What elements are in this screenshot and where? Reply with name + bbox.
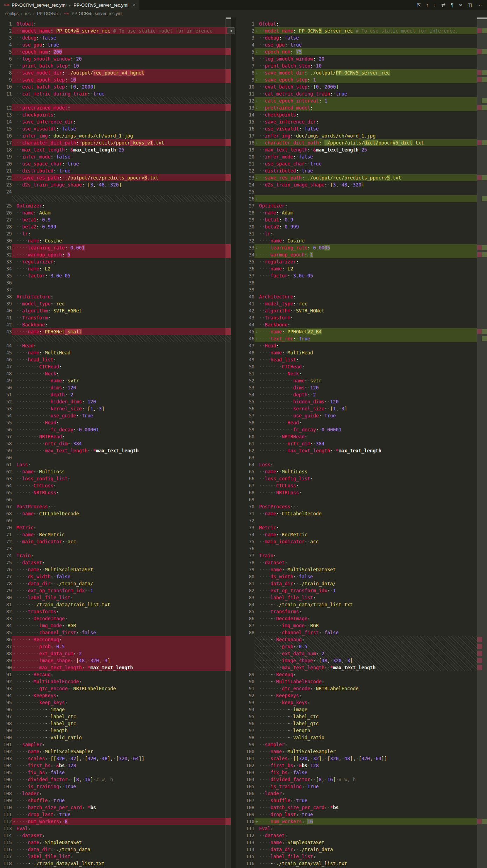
code-text[interactable]: ····is_training:·True	[16, 783, 231, 790]
code-text[interactable]: ··name:·MultiLoss	[259, 468, 487, 475]
code-text[interactable]: ····drop_last:·true	[259, 811, 487, 818]
code-text[interactable]: ··Transform:	[16, 314, 231, 321]
code-text[interactable]: ··········max_text_length:·*max_text_len…	[16, 447, 231, 454]
code-text[interactable]: ····-·NRTRLoss:	[259, 489, 487, 496]
code-text[interactable]: ····-·MultiLabelEncode:	[259, 678, 487, 685]
code-text[interactable]	[16, 97, 231, 104]
code-text[interactable]	[16, 279, 231, 286]
code-text[interactable]	[16, 496, 231, 503]
revert-block-arrow-icon[interactable]: →	[227, 27, 235, 34]
code-text[interactable]: ··character_dict_path:·./ppocr/utils/dic…	[259, 139, 487, 146]
code-text[interactable]: ····-·./train_data/val_list.txt	[259, 860, 487, 867]
code-text[interactable]: ····head_list:	[259, 356, 487, 363]
code-text[interactable]: ····factor:·3.0e-05	[259, 272, 487, 279]
code-text[interactable]: ··loss_config_list:	[259, 475, 487, 482]
code-text[interactable]: ····warmup_epoch:·5	[16, 251, 231, 258]
code-text[interactable]: ····name:·MultiHead	[259, 349, 487, 356]
code-text[interactable]: ··Head:	[16, 342, 231, 349]
open-file-icon[interactable]: ⇱	[417, 2, 421, 7]
code-text[interactable]: ····-·DecodeImage:	[16, 615, 231, 622]
code-text[interactable]: ····-·CTCLoss:	[16, 482, 231, 489]
code-text[interactable]: ····label_file_list:	[16, 853, 231, 860]
code-text[interactable]	[259, 195, 487, 202]
code-text[interactable]: ····-·KeepKeys:	[259, 692, 487, 699]
code-text[interactable]: ····batch_size_per_card:·*bs	[16, 804, 231, 811]
code-text[interactable]: ····ext_op_transform_idx:·1	[259, 587, 487, 594]
code-text[interactable]: ············dims:·120	[16, 384, 231, 391]
code-text[interactable]: ····-·MultiLabelEncode:	[16, 678, 231, 685]
code-text[interactable]: ····name:·PPHGNetV2_B4	[259, 328, 487, 335]
code-text[interactable]	[259, 188, 487, 195]
code-text[interactable]	[16, 286, 231, 293]
code-text[interactable]: ············name:·svtr	[16, 377, 231, 384]
code-text[interactable]: ··name:·RecMetric	[259, 531, 487, 538]
code-text[interactable]: Train:	[259, 552, 487, 559]
code-text[interactable]: ··save_res_path:·./output/rec/predicts_p…	[16, 174, 231, 181]
code-text[interactable]: ··cal_metric_during_train:·true	[259, 90, 487, 97]
code-text[interactable]: ············use_guide:·True	[16, 412, 231, 419]
code-text[interactable]: ······-·CTCHead:	[259, 363, 487, 370]
code-text[interactable]: ··debug:·false	[259, 34, 487, 41]
code-text[interactable]: ····factor:·3.0e-05	[16, 272, 231, 279]
code-text[interactable]: ····name:·Cosine	[259, 237, 487, 244]
code-text[interactable]: ············use_guide:·True	[259, 412, 487, 419]
code-text[interactable]: ··dataset:	[16, 559, 231, 566]
code-text[interactable]: ··Head:	[259, 342, 487, 349]
scrollbar-slider[interactable]	[226, 17, 231, 19]
code-text[interactable]: ··use_space_char:·true	[259, 160, 487, 167]
code-text[interactable]: ··eval_batch_step:·[0,·2000]	[259, 83, 487, 90]
whitespace-icon[interactable]: ¶	[451, 2, 453, 7]
code-text[interactable]: ····num_workers:·8	[16, 818, 231, 825]
code-text[interactable]: ············kernel_size:·[1,·3]	[259, 405, 487, 412]
code-text[interactable]: ····name:·MultiHead	[16, 349, 231, 356]
code-text[interactable]: ········ext_data_num:·2	[259, 650, 487, 657]
breadcrumb-item[interactable]: PP-OCRv5	[37, 11, 58, 16]
code-text[interactable]: ··model_type:·rec	[16, 300, 231, 307]
code-text[interactable]: ··········-·valid_ratio	[259, 734, 487, 741]
code-text[interactable]: Eval:	[16, 825, 231, 832]
code-text[interactable]: ··save_res_path:·./output/rec/predicts_p…	[259, 174, 487, 181]
code-text[interactable]: ····name:·MultiScaleSampler	[259, 748, 487, 755]
code-text[interactable]: ··pretrained_model:	[259, 104, 487, 111]
code-text[interactable]: ··name:·MultiLoss	[16, 468, 231, 475]
code-text[interactable]: Metric:	[16, 524, 231, 531]
code-text[interactable]: ····name:·MultiScaleSampler	[16, 748, 231, 755]
code-text[interactable]: ··loader:	[16, 790, 231, 797]
code-text[interactable]: ··log_smooth_window:·20	[259, 55, 487, 62]
code-text[interactable]: ····name:·Cosine	[16, 237, 231, 244]
code-text[interactable]: ··checkpoints:	[16, 111, 231, 118]
code-text[interactable]: ····-·RecConAug:	[16, 636, 231, 643]
code-text[interactable]: ····label_file_list:	[259, 594, 487, 601]
code-text[interactable]: ········channel_first:·false	[259, 629, 487, 636]
code-text[interactable]: Loss:	[16, 461, 231, 468]
code-text[interactable]: ····first_bs:·&bs·128	[259, 762, 487, 769]
code-text[interactable]: ··········-·label_gtc	[259, 720, 487, 727]
code-text[interactable]: ··model_name:·PP-OCRv4_server_rec·# To u…	[16, 27, 231, 34]
code-text[interactable]: ····data_dir:·./train_data	[259, 846, 487, 853]
code-text[interactable]: ··save_model_dir:·./output/PP-OCRv5_serv…	[259, 69, 487, 76]
code-text[interactable]: ··········-·image	[16, 706, 231, 713]
code-text[interactable]: ··lr:	[259, 230, 487, 237]
code-text[interactable]: ··infer_mode:·false	[16, 153, 231, 160]
code-text[interactable]: ··infer_img:·doc/imgs_words/ch/word_1.jp…	[259, 132, 487, 139]
code-text[interactable]: ··infer_mode:·false	[259, 153, 487, 160]
code-text[interactable]: ····divided_factor:·[8,·16]·# w, h	[259, 776, 487, 783]
code-text[interactable]: ········max_text_length:·*max_text_lengt…	[16, 664, 231, 671]
code-text[interactable]	[259, 545, 487, 552]
code-text[interactable]: Metric:	[259, 524, 487, 531]
code-text[interactable]: ··epoch_num:·200	[16, 48, 231, 55]
code-text[interactable]: Architecture:	[259, 293, 487, 300]
code-text[interactable]: ··name:·Adam	[16, 209, 231, 216]
code-text[interactable]: ··d2s_train_image_shape:·[3,·48,·320]	[259, 181, 487, 188]
split-editor-icon[interactable]: ◫	[467, 2, 472, 7]
code-text[interactable]: ····fix_bs:·false	[16, 769, 231, 776]
code-text[interactable]: ··name:·CTCLabelDecode	[259, 510, 487, 517]
code-text[interactable]: ··dataset:	[16, 832, 231, 839]
code-text[interactable]: ··Backbone:	[259, 321, 487, 328]
overview-ruler-original[interactable]	[225, 17, 231, 868]
code-text[interactable]: ··sampler:	[16, 741, 231, 748]
code-text[interactable]: ····data_dir:·./train_data	[16, 846, 231, 853]
code-text[interactable]: ··lr:	[16, 230, 231, 237]
code-text[interactable]: ········img_mode:·BGR	[16, 622, 231, 629]
code-text[interactable]: ··cal_metric_during_train:·true	[16, 90, 231, 97]
